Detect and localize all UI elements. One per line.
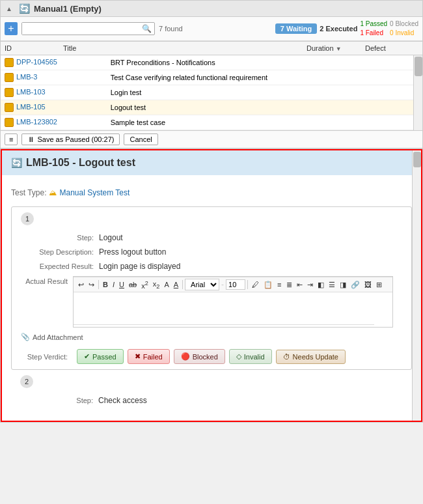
title-icon: 🔄 [19,3,30,14]
search-icon[interactable]: 🔍 [139,23,154,35]
collapse-arrow[interactable]: ▲ [6,5,12,12]
passed-button[interactable]: ✔ Passed [77,349,124,364]
row-id: DPP-104565 [16,58,57,66]
save-paused-button[interactable]: ⏸ Save as Paused (00:27) [21,133,120,145]
detail-title: LMB-105 - Logout test [26,157,135,169]
invalid-icon: ◇ [236,352,241,361]
align-left-button[interactable]: ◧ [316,280,326,290]
title-bar: ▲ 🔄 Manual1 (Empty) [1,1,422,17]
invalid-button[interactable]: ◇ Invalid [229,349,272,364]
indent-button[interactable]: ⇥ [305,280,315,290]
bottom-toolbar: ≡ ⏸ Save as Paused (00:27) Cancel [1,130,422,149]
editor-toolbar: ↩ ↪ B I U ab x2 x2 A A Arial [74,277,392,292]
paste-button[interactable]: 📋 [262,280,275,290]
highlight-button[interactable]: A [172,280,180,289]
scroll-col-header [413,42,422,55]
image-button[interactable]: 🖼 [362,280,374,289]
actual-result-label: Actual Result [21,276,73,285]
table-button[interactable]: ⊞ [374,280,384,290]
found-count: 7 found [159,25,183,33]
superscript-button[interactable]: x2 [139,279,150,290]
row-duration [395,55,409,70]
row-title: BRT Preconditions - Notifications [107,55,395,70]
failed-button[interactable]: ✖ Failed [128,349,170,364]
blocked-icon: 🔴 [181,352,190,361]
blocked-button[interactable]: 🔴 Blocked [174,349,225,364]
window-title: Manual1 (Empty) [34,4,102,14]
col-header-defect: Defect [361,42,413,55]
row-title: Logout test [107,100,395,115]
unordered-list-button[interactable]: ≡ [275,280,283,289]
x-icon: ✖ [135,352,141,361]
search-input[interactable] [22,23,139,35]
ordered-list-button[interactable]: ≣ [284,280,294,290]
font-select[interactable]: Arial [185,279,219,290]
strikethrough-button[interactable]: ab [127,280,139,289]
invalid-count: 0 Invalid [390,29,418,38]
menu-button[interactable]: ≡ [5,133,18,145]
underline-button[interactable]: U [117,280,126,289]
subscript-button[interactable]: x2 [151,279,162,290]
actual-result-row: Actual Result ↩ ↪ B I U ab x2 x2 A A [12,273,411,330]
table-row[interactable]: DPP-104565 BRT Preconditions - Notificat… [1,55,422,70]
blocked-label: Blocked [193,353,218,361]
invalid-label: Invalid [244,353,265,361]
toolbar: + 🔍 7 found 7 Waiting 2 Executed 1 Passe… [1,17,422,41]
executed-badge: 2 Executed [320,25,357,33]
needs-update-button[interactable]: ⏱ Needs Update [276,350,346,364]
table-row[interactable]: LMB-3 Test Case verifying related functi… [1,70,422,85]
sep2 [182,280,183,289]
row-duration [395,100,409,115]
link-button[interactable]: 🔗 [349,280,362,290]
step-name-row: Step: Logout [12,231,411,245]
detail-panel: 🔄 LMB-105 - Logout test Test Type: ⛰ Man… [1,149,422,422]
expected-value: Login page is displayed [99,262,180,271]
expected-result-row: Expected Result: Login page is displayed [12,259,411,273]
font-size-input[interactable] [226,279,245,290]
actual-result-textarea[interactable] [74,292,374,325]
status-badges: 7 Waiting 2 Executed 1 Passed 1 Failed 0… [275,20,418,38]
sep3 [247,280,248,289]
table-row-selected[interactable]: LMB-105 Logout test [1,100,422,115]
needs-update-label: Needs Update [293,353,338,361]
detail-scrollbar[interactable] [412,150,421,421]
font-sep: - [221,280,224,289]
main-window: ▲ 🔄 Manual1 (Empty) + 🔍 7 found 7 Waitin… [0,0,423,423]
bold-button[interactable]: B [101,280,110,289]
row-title: Test Case verifying related functional r… [107,70,395,85]
add-attachment-row[interactable]: 📎 Add Attachment [12,330,411,344]
align-center-button[interactable]: ☰ [327,280,337,290]
verdict-label: Step Verdict: [21,353,73,361]
redo-button[interactable]: ↪ [87,280,96,290]
italic-button[interactable]: I [111,280,116,289]
table-row[interactable]: LMB-103 Login test [1,85,422,100]
table-row[interactable]: LMB-123802 Sample test case [1,115,422,130]
failed-count: 1 Failed [360,29,387,38]
check-icon: ✔ [84,352,90,361]
row-id: LMB-105 [16,103,46,111]
row-id: LMB-3 [16,73,37,81]
row-title: Login test [107,85,395,100]
test-list[interactable]: DPP-104565 BRT Preconditions - Notificat… [1,55,422,130]
row-title: Sample test case [107,115,395,130]
step2-number: 2 [20,375,33,388]
col-header-duration[interactable]: Duration ▼ [303,42,361,55]
eraser-button[interactable]: 🖊 [250,280,261,289]
row-duration [395,115,409,130]
blocked-count: 0 Blocked [390,20,418,29]
add-attachment-label[interactable]: Add Attachment [33,333,83,341]
add-button[interactable]: + [5,22,18,35]
result-counts: 1 Passed 1 Failed [360,20,387,38]
step2-name-row: Step: Check access [11,393,412,408]
undo-button[interactable]: ↩ [76,280,86,290]
align-right-button[interactable]: ◨ [338,280,348,290]
font-color-button[interactable]: A [162,280,171,289]
cancel-button[interactable]: Cancel [124,133,157,145]
step1-container: 1 Step: Logout Step Description: Press l… [11,206,412,370]
table-scrollbar[interactable] [413,55,422,130]
row-id: LMB-103 [16,88,46,96]
step-label: Step: [21,233,99,242]
actual-result-editor[interactable]: ↩ ↪ B I U ab x2 x2 A A Arial [73,276,393,328]
outdent-button[interactable]: ⇤ [295,280,305,290]
passed-count: 1 Passed [360,20,387,29]
